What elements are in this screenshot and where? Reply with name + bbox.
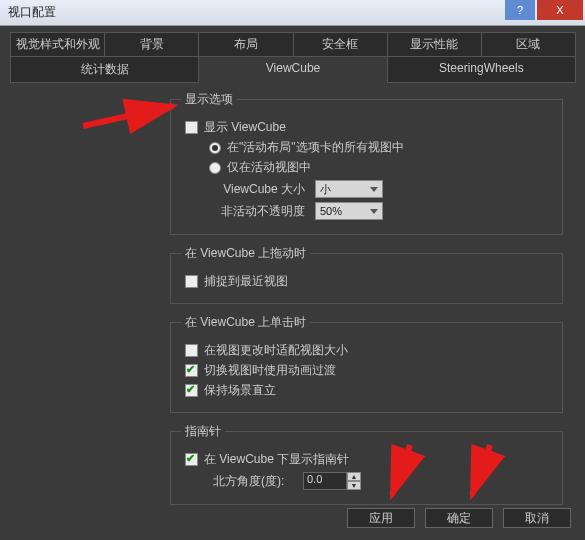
tab-visual-style[interactable]: 视觉样式和外观 [10, 32, 105, 57]
label-inactive-opacity: 非活动不透明度 [205, 203, 305, 220]
radio-all-views[interactable] [209, 142, 221, 154]
group-on-drag: 在 ViewCube 上拖动时 捕捉到最近视图 [170, 245, 563, 304]
group-on-click: 在 ViewCube 上单击时 在视图更改时适配视图大小 切换视图时使用动画过渡… [170, 314, 563, 413]
cancel-button[interactable]: 取消 [503, 508, 571, 528]
radio-active-view[interactable] [209, 162, 221, 174]
legend-display: 显示选项 [181, 91, 237, 108]
label-keep-upright: 保持场景直立 [204, 382, 276, 399]
close-button[interactable]: X [537, 0, 583, 20]
tab-background[interactable]: 背景 [104, 32, 199, 57]
legend-drag: 在 ViewCube 上拖动时 [181, 245, 310, 262]
tab-viewcube[interactable]: ViewCube [198, 56, 387, 83]
legend-click: 在 ViewCube 上单击时 [181, 314, 310, 331]
checkbox-fit-on-change[interactable] [185, 344, 198, 357]
tab-safe-frame[interactable]: 安全框 [293, 32, 388, 57]
spinner-down[interactable]: ▼ [347, 481, 361, 490]
ok-button[interactable]: 确定 [425, 508, 493, 528]
label-show-viewcube: 显示 ViewCube [204, 119, 286, 136]
checkbox-show-compass[interactable] [185, 453, 198, 466]
tab-steeringwheels[interactable]: SteeringWheels [387, 56, 576, 83]
group-display-options: 显示选项 显示 ViewCube 在"活动布局"选项卡的所有视图中 仅在活动视图… [170, 91, 563, 235]
value-inactive-opacity: 50% [320, 205, 342, 217]
label-radio-active: 仅在活动视图中 [227, 159, 311, 176]
tab-region[interactable]: 区域 [481, 32, 576, 57]
spinner-up[interactable]: ▲ [347, 472, 361, 481]
checkbox-show-viewcube[interactable] [185, 121, 198, 134]
label-snap-nearest: 捕捉到最近视图 [204, 273, 288, 290]
tab-layout[interactable]: 布局 [198, 32, 293, 57]
label-north-angle: 北方角度(度): [213, 473, 293, 490]
group-compass: 指南针 在 ViewCube 下显示指南针 北方角度(度): 0.0 ▲ ▼ [170, 423, 563, 505]
input-north-angle[interactable]: 0.0 [303, 472, 347, 490]
window-title: 视口配置 [8, 4, 577, 21]
label-show-compass: 在 ViewCube 下显示指南针 [204, 451, 349, 468]
checkbox-snap-nearest[interactable] [185, 275, 198, 288]
label-use-animation: 切换视图时使用动画过渡 [204, 362, 336, 379]
label-radio-all: 在"活动布局"选项卡的所有视图中 [227, 139, 404, 156]
legend-compass: 指南针 [181, 423, 225, 440]
help-button[interactable]: ? [505, 0, 535, 20]
value-viewcube-size: 小 [320, 182, 331, 197]
label-fit-on-change: 在视图更改时适配视图大小 [204, 342, 348, 359]
select-inactive-opacity[interactable]: 50% [315, 202, 383, 220]
select-viewcube-size[interactable]: 小 [315, 180, 383, 198]
checkbox-use-animation[interactable] [185, 364, 198, 377]
checkbox-keep-upright[interactable] [185, 384, 198, 397]
tab-display-perf[interactable]: 显示性能 [387, 32, 482, 57]
tab-statistics[interactable]: 统计数据 [10, 56, 199, 83]
label-viewcube-size: ViewCube 大小 [205, 181, 305, 198]
apply-button[interactable]: 应用 [347, 508, 415, 528]
